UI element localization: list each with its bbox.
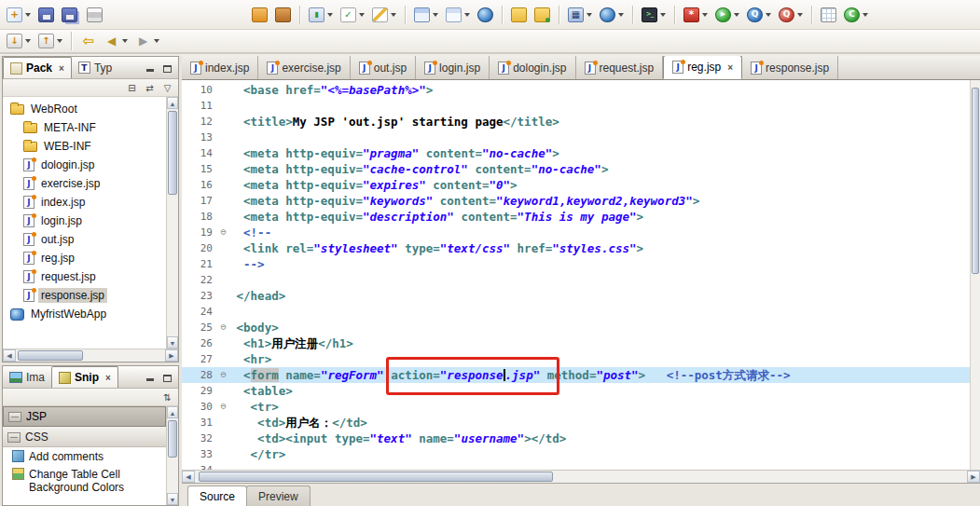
code-text[interactable] (229, 272, 970, 288)
scroll-track[interactable] (167, 418, 178, 493)
palette-drawer-css[interactable]: CSS (3, 427, 166, 447)
tree-item-request-jsp[interactable]: request.jsp (3, 267, 166, 286)
dropdown-arrow-icon[interactable] (433, 13, 438, 17)
code-coverage-button[interactable]: C (841, 4, 871, 26)
editor-tab-request-jsp[interactable]: request.jsp (576, 56, 664, 79)
save-button[interactable] (35, 4, 57, 26)
view-tab-ima[interactable]: Ima (3, 366, 51, 388)
scroll-track[interactable] (167, 109, 178, 336)
code-text[interactable]: --> (229, 256, 970, 272)
dropdown-arrow-icon[interactable] (766, 13, 771, 17)
code-text[interactable]: <meta http-equiv="pragma" content="no-ca… (229, 145, 970, 161)
code-text[interactable]: <form name="regForm" action="response.js… (229, 367, 970, 383)
dropdown-arrow-icon[interactable] (618, 13, 624, 17)
code-text[interactable]: <body> (229, 320, 970, 335)
maximize-button[interactable] (160, 61, 174, 74)
tree-item-response-jsp[interactable]: response.jsp (3, 286, 166, 305)
fold-collapse-icon[interactable]: ⊖ (217, 367, 229, 383)
scroll-left-icon[interactable]: ◀ (3, 349, 16, 362)
project-archive-button[interactable] (272, 4, 294, 26)
tree-horizontal-scrollbar[interactable]: ◀ ▶ (3, 349, 178, 362)
new-window-button[interactable] (411, 4, 441, 26)
code-text[interactable]: <link rel="stylesheet" type="text/css" h… (229, 240, 970, 256)
dropdown-arrow-icon[interactable] (154, 39, 159, 43)
code-text[interactable] (229, 130, 970, 145)
code-text[interactable]: <meta http-equiv="expires" content="0"> (229, 177, 970, 193)
editor-body[interactable]: 10 <base href="<%=basePath%>">1112 <titl… (182, 80, 980, 470)
scroll-thumb[interactable] (199, 472, 553, 482)
tree-item-meta-inf[interactable]: META-INF (3, 118, 166, 137)
editor-tab-dologin-jsp[interactable]: dologin.jsp (490, 56, 575, 79)
snippets-vertical-scrollbar[interactable]: ▲ ▼ (166, 406, 178, 505)
open-perspective-button[interactable] (443, 4, 473, 26)
close-icon[interactable]: × (59, 63, 64, 74)
editor-tab-reg-jsp[interactable]: reg.jsp× (663, 56, 742, 79)
dropdown-arrow-icon[interactable] (327, 13, 333, 17)
tree-item-exercise-jsp[interactable]: exercise.jsp (3, 174, 166, 193)
edit-attachment-button[interactable] (369, 4, 399, 26)
scroll-thumb[interactable] (168, 420, 177, 458)
new-web-project-button[interactable]: ▦ (565, 4, 595, 26)
save-all-button[interactable] (59, 4, 82, 26)
scroll-thumb[interactable] (18, 350, 83, 361)
code-text[interactable] (229, 304, 970, 320)
code-text[interactable]: <h1>用户注册</h1> (229, 335, 970, 351)
dropdown-arrow-icon[interactable] (734, 13, 739, 17)
code-text[interactable]: <base href="<%=basePath%>"> (229, 82, 970, 98)
snippet-item-add-comments[interactable]: Add comments (3, 447, 166, 465)
code-text[interactable]: </tr> (229, 446, 970, 462)
code-text[interactable]: <meta http-equiv="description" content="… (229, 209, 970, 225)
scroll-up-icon[interactable]: ▲ (167, 406, 178, 418)
scroll-thumb[interactable] (168, 111, 177, 195)
palette-layout-button[interactable]: ⇅ (159, 392, 175, 403)
forward-history-button[interactable]: ▶ (132, 30, 162, 52)
minimize-button[interactable] (143, 61, 157, 74)
maximize-button[interactable] (160, 370, 174, 383)
code-text[interactable]: <hr> (229, 351, 970, 367)
dropdown-arrow-icon[interactable] (660, 13, 666, 17)
scroll-track[interactable] (16, 349, 165, 362)
view-menu-button[interactable]: ▽ (159, 83, 175, 93)
dropdown-arrow-icon[interactable] (57, 39, 62, 43)
open-file-button[interactable] (508, 4, 530, 26)
code-text[interactable] (229, 98, 970, 114)
tree-item-login-jsp[interactable]: login.jsp (3, 212, 166, 230)
data-table-button[interactable] (818, 4, 839, 26)
scroll-right-icon[interactable]: ▶ (967, 471, 980, 483)
code-text[interactable]: <!-- (229, 225, 970, 240)
scroll-down-icon[interactable]: ▼ (167, 336, 178, 349)
tree-item-index-jsp[interactable]: index.jsp (3, 193, 166, 212)
editor-tab-out-jsp[interactable]: out.jsp (351, 56, 416, 79)
scroll-thumb[interactable] (972, 88, 979, 274)
tree-vertical-scrollbar[interactable]: ▲ ▼ (166, 97, 178, 349)
debug-search-button[interactable]: Q (744, 4, 774, 26)
palette-drawer-jsp[interactable]: JSP (3, 406, 166, 427)
code-text[interactable]: <tr> (229, 399, 970, 415)
editor-tab-login-jsp[interactable]: login.jsp (416, 56, 490, 79)
scroll-up-icon[interactable]: ▲ (167, 97, 178, 109)
dropdown-arrow-icon[interactable] (359, 13, 365, 17)
fold-collapse-icon[interactable]: ⊖ (217, 320, 229, 335)
code-text[interactable]: <td><input type="text" name="username"><… (229, 431, 970, 446)
web-browser-button[interactable] (475, 4, 496, 26)
view-tab-typ[interactable]: Typ (72, 57, 118, 78)
last-edit-location-button[interactable]: ⇦ (77, 30, 99, 52)
tree-item-webroot[interactable]: WebRoot (3, 100, 166, 118)
collapse-all-button[interactable]: ⊟ (124, 83, 140, 93)
import-resources-button[interactable] (531, 4, 553, 26)
validate-button[interactable]: ✓ (338, 4, 367, 26)
code-text[interactable]: <title>My JSP 'out.jsp' starting page</t… (229, 114, 970, 130)
dropdown-arrow-icon[interactable] (25, 39, 31, 43)
run-button[interactable]: ▶ (712, 4, 742, 26)
dropdown-arrow-icon[interactable] (702, 13, 708, 17)
tree-item-myfristwebapp[interactable]: MyfristWebApp (3, 305, 166, 323)
close-icon[interactable]: × (105, 373, 111, 383)
editor-tab-response-jsp[interactable]: response.jsp (742, 56, 838, 79)
back-history-button[interactable]: ◀ (101, 30, 131, 52)
snippet-item-change-table-cell-background-colors[interactable]: Change Table Cell Background Colors (3, 465, 166, 496)
code-text[interactable]: <table> (229, 383, 970, 399)
tree-item-reg-jsp[interactable]: reg.jsp (3, 249, 166, 267)
code-text[interactable]: <td>用户名：</td> (229, 415, 970, 431)
tree-item-out-jsp[interactable]: out.jsp (3, 230, 166, 249)
editor-tab-exercise-jsp[interactable]: exercise.jsp (258, 56, 350, 79)
